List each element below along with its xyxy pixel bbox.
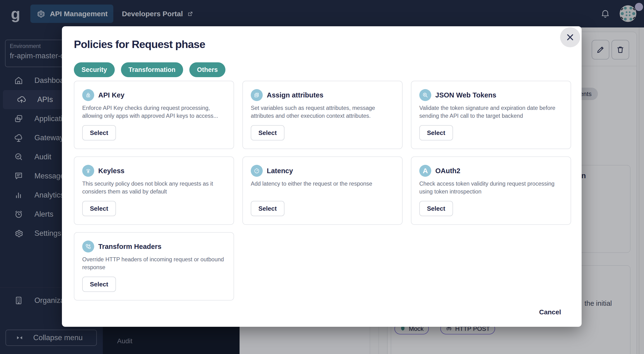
policy-card-oauth2: A OAuth2 Check access token validity dur… xyxy=(411,156,571,225)
policy-card-assign-attributes: Assign attributes Set variables such as … xyxy=(242,81,402,149)
api-key-icon xyxy=(82,89,94,101)
policy-card-latency: Latency Add latency to either the reques… xyxy=(242,156,402,225)
policy-title: JSON Web Tokens xyxy=(435,91,496,99)
policy-card-jwt: JSON Web Tokens Validate the token signa… xyxy=(411,81,571,149)
cancel-button[interactable]: Cancel xyxy=(538,308,562,316)
keyless-icon xyxy=(82,165,94,177)
policy-title: OAuth2 xyxy=(435,167,460,175)
select-policy-button[interactable]: Select xyxy=(251,125,284,140)
policy-title: API Key xyxy=(98,91,124,99)
category-filter-row: Security Transformation Others xyxy=(74,62,226,77)
dialog-title: Policies for Request phase xyxy=(74,38,205,51)
close-icon xyxy=(566,33,574,41)
select-policy-button[interactable]: Select xyxy=(82,277,116,292)
policies-dialog: Policies for Request phase Security Tran… xyxy=(62,26,582,327)
select-policy-button[interactable]: Select xyxy=(419,125,453,140)
policy-description: Check access token validity during reque… xyxy=(419,180,563,196)
policy-card-api-key: API Key Enforce API Key checks during re… xyxy=(74,81,234,149)
policy-description: Add latency to either the request or the… xyxy=(251,180,394,188)
policy-title: Keyless xyxy=(98,167,124,175)
select-policy-button[interactable]: Select xyxy=(82,125,116,140)
policy-description: Override HTTP headers of incoming reques… xyxy=(82,256,226,271)
policy-card-grid: API Key Enforce API Key checks during re… xyxy=(74,81,571,301)
oauth2-icon: A xyxy=(419,165,431,177)
latency-icon xyxy=(251,165,263,177)
select-policy-button[interactable]: Select xyxy=(82,201,116,216)
category-chip-security[interactable]: Security xyxy=(74,62,115,77)
policy-description: This security policy does not block any … xyxy=(82,180,226,196)
select-policy-button[interactable]: Select xyxy=(251,201,284,216)
policy-description: Set variables such as request attributes… xyxy=(251,104,394,120)
policy-description: Validate the token signature and expirat… xyxy=(419,104,563,120)
assign-attributes-icon xyxy=(251,89,263,101)
app-root: g API Management Developers Portal xyxy=(0,0,644,354)
transform-headers-icon xyxy=(82,241,94,253)
close-dialog-button[interactable] xyxy=(560,27,580,47)
category-chip-others[interactable]: Others xyxy=(189,62,226,77)
jwt-icon xyxy=(419,89,431,101)
policy-card-keyless: Keyless This security policy does not bl… xyxy=(74,156,234,225)
select-policy-button[interactable]: Select xyxy=(419,201,453,216)
policy-title: Assign attributes xyxy=(267,91,324,99)
policy-title: Transform Headers xyxy=(98,243,161,251)
policy-card-transform-headers: Transform Headers Override HTTP headers … xyxy=(74,232,234,301)
policy-title: Latency xyxy=(267,167,293,175)
policy-description: Enforce API Key checks during request pr… xyxy=(82,104,226,120)
category-chip-transformation[interactable]: Transformation xyxy=(121,62,183,77)
